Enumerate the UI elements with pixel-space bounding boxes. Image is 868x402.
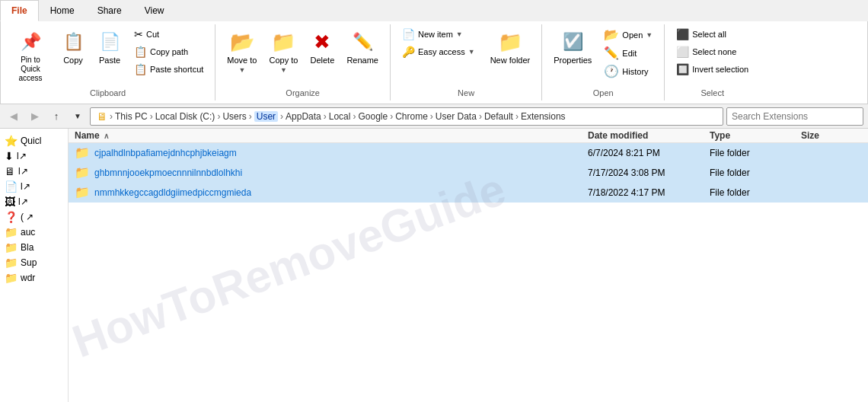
new-item-button[interactable]: 📄 New item ▼ bbox=[397, 26, 480, 43]
select-label: Select bbox=[671, 87, 754, 99]
sidebar: ⭐ Quicl ⬇ l↗ 🖥 l↗ 📄 l↗ 🖼 l↗ ❓ ( ↗ bbox=[0, 129, 69, 402]
file-name-2: nmmhkkegccagdldgiimedpiccmgmieda bbox=[94, 187, 251, 198]
pictures-icon: 🖼 bbox=[5, 196, 15, 208]
file-name-0: cjpalhdlnbpafiamejdnhcphjbkeiagm bbox=[94, 148, 237, 158]
address-path[interactable]: 🖥 › This PC › Local Disk (C:) › Users › … bbox=[90, 107, 723, 126]
file-row[interactable]: 📁ghbmnnjooekpmoecnnnilnnbdlolhkhi7/17/20… bbox=[69, 163, 868, 183]
ribbon-section-organize: 📂 Move to ▼ 📁 Copy to ▼ ✖ Delete ✏️ Rena… bbox=[215, 24, 391, 100]
tab-view[interactable]: View bbox=[133, 0, 176, 21]
folder-icon-auc: 📁 bbox=[5, 226, 18, 238]
star-icon: ⭐ bbox=[5, 135, 18, 147]
cut-icon: ✂ bbox=[134, 28, 143, 40]
tab-file[interactable]: File bbox=[0, 0, 39, 21]
paste-shortcut-button[interactable]: 📋 Paste shortcut bbox=[129, 61, 209, 78]
pin-quick-access-button[interactable]: 📌 Pin to Quick access bbox=[7, 26, 54, 87]
delete-button[interactable]: ✖ Delete bbox=[305, 26, 340, 69]
sidebar-item-bla[interactable]: 📁 Bla bbox=[0, 240, 68, 255]
move-to-button[interactable]: 📂 Move to ▼ bbox=[222, 26, 262, 78]
tab-share[interactable]: Share bbox=[86, 0, 133, 21]
properties-icon: ☑️ bbox=[560, 30, 585, 54]
easy-access-button[interactable]: 🔑 Easy access ▼ bbox=[397, 43, 480, 60]
file-name-1: ghbmnnjooekpmoecnnnilnnbdlolhkhi bbox=[94, 168, 242, 178]
column-name[interactable]: Name ∧ bbox=[75, 130, 588, 141]
folder-icon-0: 📁 bbox=[75, 145, 90, 160]
path-user-data[interactable]: User Data bbox=[436, 111, 477, 122]
select-none-button[interactable]: ⬜ Select none bbox=[671, 43, 754, 60]
file-row[interactable]: 📁nmmhkkegccagdldgiimedpiccmgmieda7/18/20… bbox=[69, 183, 868, 203]
sidebar-item-quickaccess[interactable]: ⭐ Quicl bbox=[0, 133, 68, 148]
sidebar-item-documents[interactable]: 📄 l↗ bbox=[0, 179, 68, 194]
paste-button[interactable]: 📄 Paste bbox=[92, 26, 127, 69]
new-folder-button[interactable]: 📁 New folder bbox=[485, 26, 536, 69]
cut-button[interactable]: ✂ Cut bbox=[129, 26, 209, 43]
open-arrow: ▼ bbox=[646, 31, 653, 39]
column-type[interactable]: Type bbox=[710, 130, 801, 141]
folder-icon-1: 📁 bbox=[75, 165, 90, 180]
path-appdata[interactable]: AppData bbox=[286, 111, 321, 122]
file-date-0: 6/7/2024 8:21 PM bbox=[588, 148, 710, 158]
delete-icon: ✖ bbox=[310, 30, 334, 54]
sidebar-item-auc[interactable]: 📁 auc bbox=[0, 225, 68, 240]
column-date-modified[interactable]: Date modified bbox=[588, 130, 710, 141]
sidebar-item-wdr[interactable]: 📁 wdr bbox=[0, 270, 68, 286]
paste-shortcut-icon: 📋 bbox=[134, 63, 147, 75]
search-input[interactable] bbox=[726, 107, 863, 126]
invert-selection-button[interactable]: 🔲 Invert selection bbox=[671, 61, 754, 78]
copy-to-button[interactable]: 📁 Copy to ▼ bbox=[263, 26, 303, 78]
folder-icon-sup: 📁 bbox=[5, 257, 18, 269]
pin-icon: 📌 bbox=[18, 30, 43, 54]
ribbon-body: 📌 Pin to Quick access 📋 Copy 📄 Paste ✂ C… bbox=[0, 21, 868, 104]
unknown-icon: ❓ bbox=[5, 211, 18, 223]
paste-icon: 📄 bbox=[97, 30, 122, 54]
sidebar-item-pictures[interactable]: 🖼 l↗ bbox=[0, 194, 68, 209]
folder-icon-wdr: 📁 bbox=[5, 272, 18, 284]
downloads-icon: ⬇ bbox=[5, 150, 14, 162]
select-all-icon: ⬛ bbox=[676, 28, 689, 40]
file-type-2: File folder bbox=[710, 187, 801, 198]
easy-access-arrow: ▼ bbox=[468, 48, 475, 56]
path-user[interactable]: User bbox=[254, 111, 278, 122]
file-date-2: 7/18/2022 4:17 PM bbox=[588, 187, 710, 198]
back-button[interactable]: ◀ bbox=[5, 107, 23, 126]
desktop-icon: 🖥 bbox=[5, 165, 15, 177]
file-row[interactable]: 📁cjpalhdlnbpafiamejdnhcphjbkeiagm6/7/202… bbox=[69, 143, 868, 163]
path-default[interactable]: Default bbox=[484, 111, 513, 122]
ribbon-section-clipboard: 📌 Pin to Quick access 📋 Copy 📄 Paste ✂ C… bbox=[1, 24, 215, 100]
path-local-disk[interactable]: Local Disk (C:) bbox=[155, 111, 215, 122]
new-item-icon: 📄 bbox=[402, 28, 415, 40]
new-label: New bbox=[397, 87, 535, 99]
up-button[interactable]: ↑ bbox=[47, 107, 65, 126]
path-users[interactable]: Users bbox=[222, 111, 246, 122]
copy-icon: 📋 bbox=[61, 30, 85, 54]
properties-button[interactable]: ☑️ Properties bbox=[548, 26, 597, 69]
sidebar-item-sup[interactable]: 📁 Sup bbox=[0, 255, 68, 270]
tab-home[interactable]: Home bbox=[39, 0, 86, 21]
copy-path-button[interactable]: 📋 Copy path bbox=[129, 43, 209, 60]
invert-selection-icon: 🔲 bbox=[676, 63, 689, 75]
select-all-button[interactable]: ⬛ Select all bbox=[671, 26, 754, 43]
recent-locations-button[interactable]: ▼ bbox=[69, 107, 87, 126]
edit-icon: ✏️ bbox=[604, 46, 619, 60]
path-this-pc[interactable]: This PC bbox=[115, 111, 148, 122]
edit-button[interactable]: ✏️ Edit bbox=[598, 44, 658, 62]
path-google[interactable]: Google bbox=[358, 111, 388, 122]
sidebar-item-unknown[interactable]: ❓ ( ↗ bbox=[0, 209, 68, 225]
copy-to-dropdown-arrow: ▼ bbox=[280, 66, 287, 74]
file-list-header: Name ∧ Date modified Type Size bbox=[69, 129, 868, 143]
column-size[interactable]: Size bbox=[801, 130, 862, 141]
open-button[interactable]: 📂 Open ▼ bbox=[598, 26, 658, 43]
copy-button[interactable]: 📋 Copy bbox=[56, 26, 91, 69]
sidebar-item-desktop[interactable]: 🖥 l↗ bbox=[0, 164, 68, 179]
move-icon: 📂 bbox=[230, 30, 254, 54]
copy-path-icon: 📋 bbox=[134, 46, 147, 58]
organize-label: Organize bbox=[222, 87, 384, 99]
history-button[interactable]: 🕐 History bbox=[598, 62, 658, 80]
path-extensions[interactable]: Extensions bbox=[521, 111, 566, 122]
path-local[interactable]: Local bbox=[329, 111, 351, 122]
rename-button[interactable]: ✏️ Rename bbox=[341, 26, 384, 69]
sidebar-item-downloads[interactable]: ⬇ l↗ bbox=[0, 148, 68, 164]
clipboard-label: Clipboard bbox=[7, 87, 209, 99]
history-icon: 🕐 bbox=[604, 64, 619, 78]
forward-button[interactable]: ▶ bbox=[26, 107, 44, 126]
path-chrome[interactable]: Chrome bbox=[395, 111, 428, 122]
